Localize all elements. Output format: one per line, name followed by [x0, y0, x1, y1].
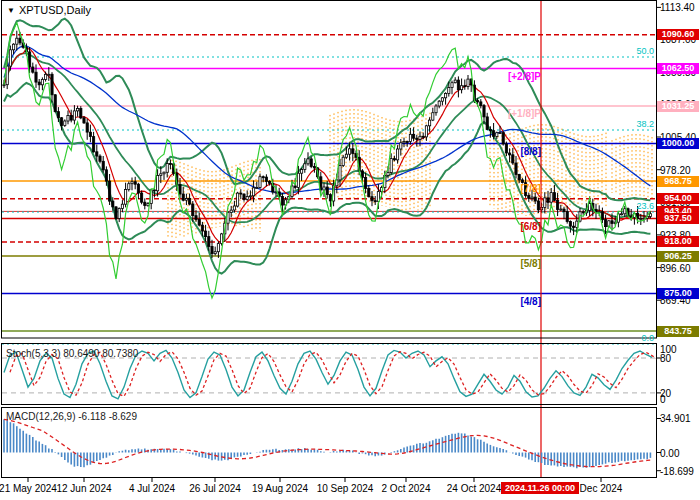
macd-scale-tick: 0.00 — [660, 448, 679, 459]
price-badge: 1090.60 — [657, 29, 699, 40]
price-badge: 918.00 — [657, 236, 699, 247]
macd-scale-tick: 34.901 — [660, 413, 691, 424]
price-badge: 968.75 — [657, 176, 699, 187]
symbol-selector[interactable]: ▼XPTUSD,Daily — [7, 4, 91, 16]
vline-time-badge: 2024.11.26 00:00 — [501, 482, 579, 494]
murrey-level-label: [8/8] — [471, 146, 541, 157]
symbol-label: XPTUSD,Daily — [19, 4, 91, 16]
murrey-level-label: [6/8] — [471, 221, 541, 232]
murrey-level-label: [+1/8]P — [471, 108, 541, 119]
fib-level-label: 0.0 — [620, 333, 654, 343]
price-badge: 1031.25 — [657, 101, 699, 112]
price-badge: 875.00 — [657, 288, 699, 299]
chart-canvas[interactable] — [0, 0, 700, 500]
triangle-down-icon: ▼ — [7, 6, 15, 15]
price-badge: 1062.50 — [657, 63, 699, 74]
macd-indicator-label: MACD(12,26,9) -6.118 -8.629 — [6, 411, 137, 422]
terminal-window: ▼XPTUSD,Daily Stoch(5,3,3) 80.6490 80.73… — [0, 0, 700, 500]
murrey-level-label: [4/8] — [471, 296, 541, 307]
murrey-level-label: [5/8] — [471, 258, 541, 269]
murrey-level-label: [7/8] — [471, 183, 541, 194]
price-badge: 937.50 — [657, 213, 699, 224]
price-badge: 843.75 — [657, 326, 699, 337]
price-axis-tick: 896.60 — [660, 263, 691, 274]
stoch-scale-tick: 0 — [660, 394, 666, 405]
macd-scale-tick: -18.699 — [660, 466, 694, 477]
stoch-indicator-label: Stoch(5,3,3) 80.6490 80.7380 — [6, 348, 138, 359]
price-axis-tick: 978.20 — [660, 165, 691, 176]
fib-level-label: 23.6 — [620, 201, 654, 211]
price-badge: 1000.00 — [657, 138, 699, 149]
fib-level-label: 38.2 — [620, 119, 654, 129]
murrey-level-label: [+2/8]P — [471, 71, 541, 82]
fib-level-label: 50.0 — [620, 46, 654, 56]
price-badge: 906.25 — [657, 251, 699, 262]
price-badge: 954.00 — [657, 193, 699, 204]
stoch-scale-tick: 80 — [660, 353, 671, 364]
price-axis-tick: 1113.40 — [660, 2, 695, 13]
